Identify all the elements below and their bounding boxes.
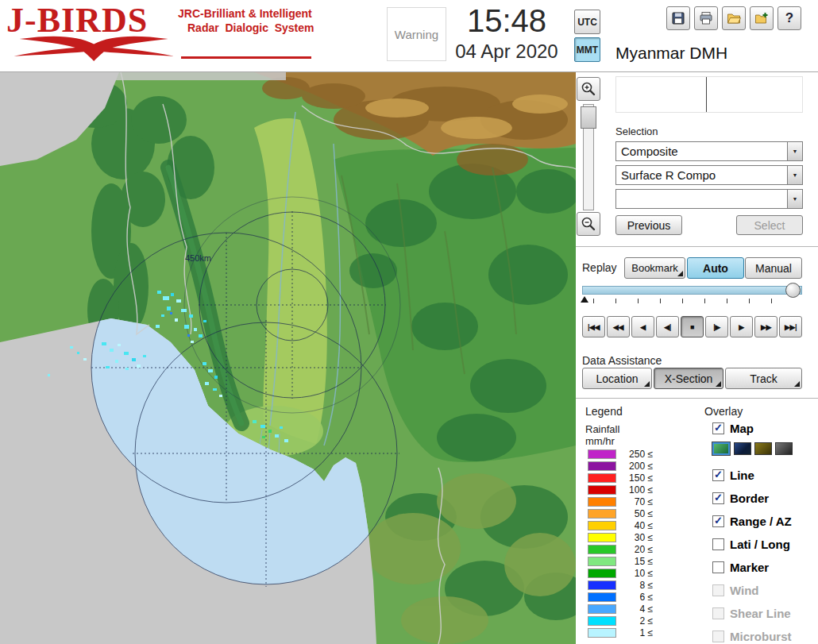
print-button[interactable] [694, 6, 718, 30]
zoom-scrollbar[interactable] [583, 104, 594, 210]
mmt-button[interactable]: MMT [574, 37, 600, 62]
extra-dropdown-value [616, 190, 787, 208]
help-icon: ? [785, 10, 793, 26]
legend-color-swatch [588, 616, 616, 626]
overlay-checkbox-wind [712, 584, 724, 596]
overlay-checkbox-microburst [712, 631, 724, 642]
timeline-tick [727, 299, 727, 303]
overlay-checkbox-border[interactable]: ✓ [712, 492, 724, 504]
open-button[interactable] [722, 6, 746, 30]
timeline-tick [771, 299, 772, 303]
save-button[interactable] [666, 6, 690, 30]
legend-value-label: 2 ≤ [618, 615, 653, 627]
overlay-label-wind: Wind [730, 584, 759, 597]
fast-rewind-button[interactable]: ◀◀ [607, 316, 630, 337]
overlay-title: Overlay [704, 405, 743, 418]
panel-separator [576, 398, 818, 399]
fast-forward-button[interactable]: ▶▶ [754, 316, 777, 337]
overlay-checkbox-range-az[interactable]: ✓ [712, 515, 724, 527]
legend-value-label: 40 ≤ [618, 520, 653, 531]
track-button[interactable]: Track [725, 368, 802, 389]
track-button-label: Track [750, 372, 777, 385]
status-box-divider [706, 77, 707, 112]
legend-value-label: 8 ≤ [618, 580, 653, 591]
chevron-down-icon: ▼ [793, 148, 798, 154]
save-icon [671, 11, 685, 25]
warning-status-box[interactable]: Warning [387, 7, 446, 61]
select-button[interactable]: Select [736, 215, 803, 235]
zoom-in-icon [581, 81, 596, 97]
timeline-slider-handle[interactable] [785, 283, 801, 298]
composite-dropdown[interactable]: Composite ▼ [615, 141, 803, 161]
legend-color-swatch [588, 485, 616, 495]
legend-value-label: 15 ≤ [618, 556, 653, 567]
map-style-swatch-dark[interactable] [775, 442, 793, 455]
zoom-scrollbar-thumb[interactable] [581, 106, 596, 129]
skip-to-start-button[interactable]: |◀◀ [582, 316, 605, 337]
composite-dropdown-value: Composite [616, 142, 787, 160]
legend-value-label: 50 ≤ [618, 508, 653, 519]
legend-color-swatch [588, 569, 616, 578]
time-display: 15:48 [438, 2, 575, 40]
legend-color-swatch [588, 628, 616, 638]
map-style-swatch-navy[interactable] [734, 442, 751, 455]
add-window-icon [754, 11, 769, 25]
utc-button[interactable]: UTC [574, 10, 600, 34]
play-button[interactable]: ▶ [730, 316, 753, 337]
app-logo-subtitle-2: Radar Dialogic System [187, 21, 314, 34]
extra-dropdown[interactable]: ▼ [615, 189, 803, 209]
map-style-swatch-olive[interactable] [754, 442, 772, 455]
chevron-down-icon: ▼ [793, 196, 798, 202]
check-icon: ✓ [714, 469, 723, 480]
legend-value-label: 10 ≤ [618, 568, 653, 579]
status-text-box[interactable] [615, 76, 803, 113]
legend-value-label: 6 ≤ [618, 592, 653, 603]
replay-timeline-slider[interactable] [582, 286, 802, 295]
zoom-in-button[interactable] [577, 77, 600, 101]
bookmark-button[interactable]: Bookmark [624, 257, 685, 279]
jbirds-app: J-BIRDS JRC-Brilliant & Intelligent Rada… [0, 0, 818, 644]
legend-value-label: 1 ≤ [618, 627, 653, 638]
overlay-checkbox-line[interactable]: ✓ [712, 469, 724, 481]
overlay-label-lati-long: Lati / Long [730, 538, 790, 551]
product-dropdown[interactable]: Surface R Compo ▼ [615, 165, 803, 185]
timeline-tick [638, 299, 639, 303]
previous-button[interactable]: Previous [615, 215, 682, 235]
help-button[interactable]: ? [777, 6, 801, 30]
print-icon [699, 11, 713, 25]
radar-map[interactable]: 450km [0, 72, 576, 644]
radar-map-image[interactable]: 450km [0, 72, 576, 644]
overlay-checkbox-map[interactable]: ✓ [712, 422, 724, 434]
step-forward-button[interactable]: |▶ [705, 316, 728, 337]
map-style-swatch-green[interactable] [712, 442, 730, 455]
corner-triangle-icon [716, 381, 721, 387]
manual-mode-button[interactable]: Manual [745, 257, 802, 279]
add-window-button[interactable] [750, 6, 774, 30]
legend-title: Legend [585, 405, 623, 418]
timeline-tick [593, 299, 594, 303]
overlay-label-range-az: Range / AZ [730, 515, 792, 528]
overlay-checkbox-marker[interactable] [712, 561, 724, 573]
auto-mode-button[interactable]: Auto [687, 257, 744, 279]
overlay-label-microburst: Microburst [730, 630, 792, 643]
clock: 15:48 04 Apr 2020 [438, 2, 575, 64]
zoom-out-button[interactable] [577, 212, 600, 236]
step-back-button[interactable]: ◀| [656, 316, 679, 337]
replay-label: Replay [582, 261, 617, 274]
location-button[interactable]: Location [582, 368, 652, 389]
skip-to-end-button[interactable]: ▶▶| [779, 316, 802, 337]
timeline-start-marker-icon [581, 296, 588, 303]
play-reverse-button[interactable]: ◀ [631, 316, 654, 337]
check-icon: ✓ [714, 492, 723, 503]
x-section-button[interactable]: X-Section [654, 368, 723, 389]
legend-color-swatch [588, 545, 616, 554]
stop-button[interactable]: ■ [681, 316, 704, 337]
data-assistance-label: Data Assistance [582, 354, 662, 367]
chevron-down-icon: ▼ [793, 172, 798, 178]
location-button-label: Location [596, 372, 639, 385]
overlay-label-border: Border [730, 492, 769, 505]
eagle-logo-icon [3, 33, 187, 61]
overlay-label-line: Line [730, 469, 754, 482]
overlay-checkbox-lati-long[interactable] [712, 538, 724, 550]
corner-triangle-icon [794, 381, 800, 387]
